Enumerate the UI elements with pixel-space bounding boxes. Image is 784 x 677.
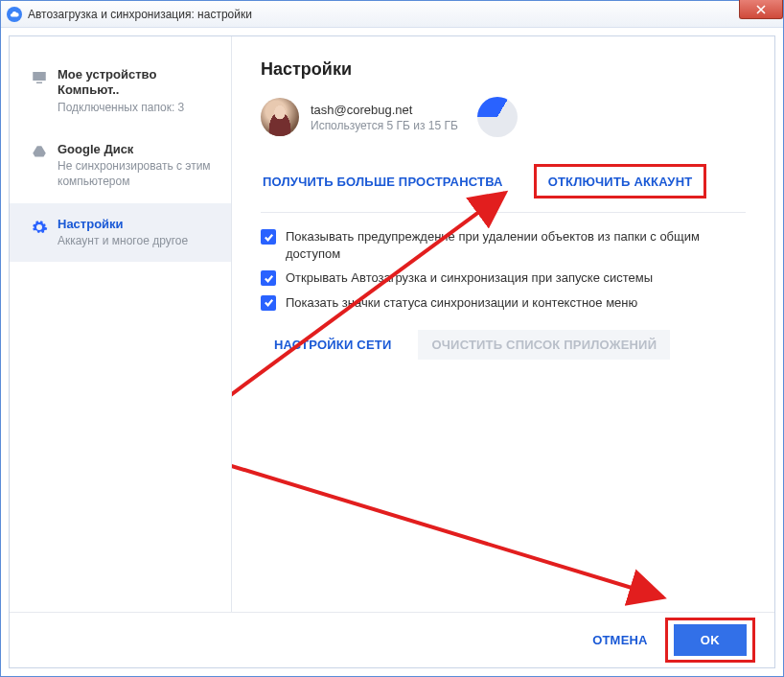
checkbox-label: Показать значки статуса синхронизации и … xyxy=(286,294,637,312)
sidebar-item-my-device[interactable]: Мое устройство Компьют.. Подключенных па… xyxy=(10,54,231,128)
sidebar-item-label: Настройки xyxy=(58,217,188,232)
footer: ОТМЕНА OK xyxy=(10,612,774,667)
checkbox-row-autostart: Открывать Автозагрузка и синхронизация п… xyxy=(261,269,746,287)
checkbox[interactable] xyxy=(261,295,276,311)
sidebar-item-sub: Аккаунт и многое другое xyxy=(58,234,188,249)
divider xyxy=(261,212,746,213)
ok-button[interactable]: OK xyxy=(674,624,747,656)
content-frame: Мое устройство Компьют.. Подключенных па… xyxy=(9,35,775,668)
svg-line-1 xyxy=(232,463,663,597)
titlebar: Автозагрузка и синхронизация: настройки xyxy=(1,1,783,28)
storage-pie-icon xyxy=(477,97,518,137)
checkbox-row-warning: Показывать предупреждение при удалении о… xyxy=(261,228,746,262)
page-title: Настройки xyxy=(261,59,746,80)
sidebar-item-label: Google Диск xyxy=(58,142,218,157)
drive-icon xyxy=(27,142,52,189)
checkbox[interactable] xyxy=(261,229,276,245)
main-panel: Настройки tash@corebug.net Используется … xyxy=(232,36,774,612)
account-usage: Используется 5 ГБ из 15 ГБ xyxy=(311,119,458,132)
checkbox-row-icons: Показать значки статуса синхронизации и … xyxy=(261,294,746,312)
sidebar: Мое устройство Компьют.. Подключенных па… xyxy=(10,36,232,612)
network-settings-button[interactable]: НАСТРОЙКИ СЕТИ xyxy=(261,330,404,360)
sidebar-item-google-drive[interactable]: Google Диск Не синхронизировать с этим к… xyxy=(10,128,231,202)
sidebar-item-label: Мое устройство Компьют.. xyxy=(58,67,218,99)
sidebar-item-settings[interactable]: Настройки Аккаунт и многое другое xyxy=(10,203,231,263)
avatar xyxy=(261,98,299,136)
checkbox[interactable] xyxy=(261,270,276,286)
account-links: ПОЛУЧИТЬ БОЛЬШЕ ПРОСТРАНСТВА ОТКЛЮЧИТЬ А… xyxy=(261,164,746,198)
annotation-arrow-icon xyxy=(232,454,692,612)
app-window: Автозагрузка и синхронизация: настройки … xyxy=(0,0,784,677)
gear-icon xyxy=(27,217,52,249)
close-button[interactable] xyxy=(739,0,783,19)
monitor-icon xyxy=(27,67,52,115)
checkbox-label: Показывать предупреждение при удалении о… xyxy=(286,228,746,262)
sidebar-item-sub: Подключенных папок: 3 xyxy=(58,101,218,116)
account-email: tash@corebug.net xyxy=(311,103,458,117)
secondary-button-row: НАСТРОЙКИ СЕТИ ОЧИСТИТЬ СПИСОК ПРИЛОЖЕНИ… xyxy=(261,330,746,360)
sidebar-item-sub: Не синхронизировать с этим компьютером xyxy=(58,159,218,189)
cloud-sync-icon xyxy=(7,7,22,22)
cancel-button[interactable]: ОТМЕНА xyxy=(592,633,648,647)
account-row: tash@corebug.net Используется 5 ГБ из 15… xyxy=(261,97,746,137)
annotation-highlight-disconnect: ОТКЛЮЧИТЬ АККАУНТ xyxy=(534,164,707,198)
get-more-space-link[interactable]: ПОЛУЧИТЬ БОЛЬШЕ ПРОСТРАНСТВА xyxy=(261,171,505,193)
annotation-highlight-ok: OK xyxy=(665,618,755,663)
window-title: Автозагрузка и синхронизация: настройки xyxy=(28,8,252,21)
clear-app-list-button: ОЧИСТИТЬ СПИСОК ПРИЛОЖЕНИЙ xyxy=(418,330,670,360)
disconnect-account-link[interactable]: ОТКЛЮЧИТЬ АККАУНТ xyxy=(546,171,695,193)
checkbox-label: Открывать Автозагрузка и синхронизация п… xyxy=(286,269,653,287)
body: Мое устройство Компьют.. Подключенных па… xyxy=(1,28,783,676)
